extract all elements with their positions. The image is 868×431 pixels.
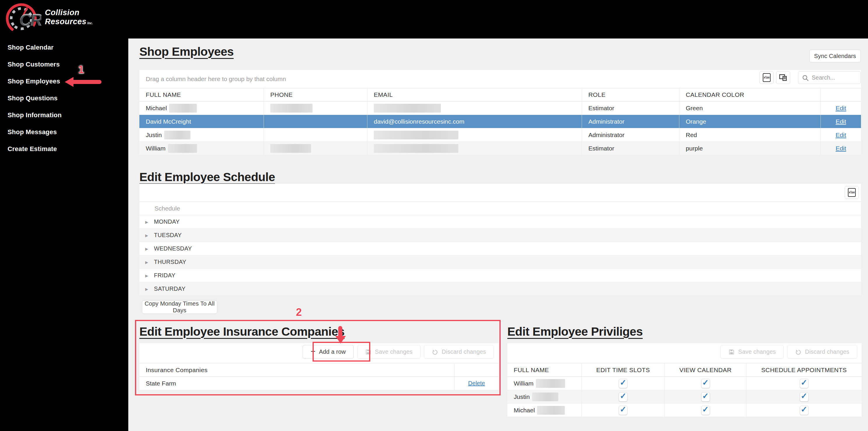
employee-name: Justin — [146, 131, 162, 138]
employee-role: Estimator — [582, 101, 679, 115]
column-header[interactable]: CALENDAR COLOR — [679, 88, 821, 101]
annotation-step1-label: 1 — [78, 64, 84, 76]
expand-row-icon[interactable]: ▸ — [145, 245, 154, 252]
expand-row-icon[interactable]: ▸ — [145, 232, 154, 239]
expand-row-icon[interactable]: ▸ — [145, 272, 154, 279]
search-box — [798, 71, 861, 84]
delete-link[interactable]: Delete — [468, 380, 485, 387]
view-calendar-checkbox[interactable]: ✓ — [701, 406, 710, 415]
annotation-arrow-left-icon — [65, 77, 73, 87]
expand-row-icon[interactable]: ▸ — [145, 218, 154, 225]
annotation-step2-label: 2 — [296, 306, 302, 318]
schedule-day-row[interactable]: ▸ SATURDAY — [140, 282, 861, 296]
column-header[interactable]: Insurance Companies — [140, 363, 455, 376]
add-row-button[interactable]: + Add a row — [303, 345, 353, 359]
search-input[interactable] — [812, 71, 858, 84]
edit-time-slots-checkbox[interactable]: ✓ — [619, 379, 627, 388]
sidebar-item-shop-employees[interactable]: Shop Employees — [0, 73, 128, 90]
sidebar-item-shop-questions[interactable]: Shop Questions — [0, 90, 128, 107]
check-icon: ✓ — [702, 378, 709, 387]
save-changes-button[interactable]: Save changes — [357, 345, 421, 359]
export-xlsx-button[interactable]: xlsx — [845, 186, 859, 199]
insurance-header-row: Insurance Companies — [140, 363, 499, 377]
privileges-grid: Save changes Discard changes FULL NAME E… — [507, 343, 862, 417]
column-chooser-button[interactable] — [776, 71, 790, 84]
schedule-day-row[interactable]: ▸ THURSDAY — [140, 255, 861, 269]
schedule-day-row[interactable]: ▸ FRIDAY — [140, 269, 861, 282]
edit-link[interactable]: Edit — [836, 145, 846, 152]
column-header[interactable]: VIEW CALENDAR — [665, 363, 746, 376]
xlsx-file-icon: xlsx — [848, 188, 856, 197]
employees-header-row: FULL NAME PHONE EMAIL ROLE CALENDAR COLO… — [140, 88, 861, 101]
employee-email: david@collisionresourcesinc.com — [367, 115, 582, 128]
main-content: Shop Employees Sync Calendars Drag a col… — [128, 38, 868, 431]
sidebar-item-shop-messages[interactable]: Shop Messages — [0, 124, 128, 141]
privileges-header-row: FULL NAME EDIT TIME SLOTS VIEW CALENDAR … — [507, 363, 862, 377]
check-icon: ✓ — [801, 392, 807, 400]
column-header[interactable]: EMAIL — [367, 88, 582, 101]
save-icon — [728, 349, 735, 355]
edit-time-slots-checkbox[interactable]: ✓ — [619, 406, 627, 415]
employee-row[interactable]: Justin Administrator Red Edit — [140, 128, 861, 142]
redacted-text — [270, 104, 313, 113]
check-icon: ✓ — [702, 392, 709, 400]
save-icon — [365, 349, 371, 355]
page-title: Shop Employees — [140, 45, 234, 59]
redacted-text — [270, 144, 311, 153]
redacted-text — [532, 393, 558, 401]
employee-role: Administrator — [582, 128, 679, 142]
expand-row-icon[interactable]: ▸ — [145, 285, 154, 293]
schedule-appointments-checkbox[interactable]: ✓ — [800, 379, 808, 388]
group-hint-text: Drag a column header here to group by th… — [146, 75, 286, 83]
insurance-row[interactable]: State Farm Delete — [140, 377, 499, 390]
export-xlsx-button[interactable]: xlsx — [760, 71, 774, 84]
column-header[interactable]: FULL NAME — [507, 363, 582, 376]
top-header-bar: CR Collision ResourcesInc. Hello David M… — [0, 0, 868, 38]
save-changes-button[interactable]: Save changes — [720, 345, 784, 359]
schedule-appointments-checkbox[interactable]: ✓ — [800, 392, 808, 402]
copy-monday-times-button[interactable]: Copy Monday Times To All Days — [142, 300, 217, 314]
employee-row[interactable]: Michael Estimator Green Edit — [140, 101, 861, 115]
edit-link[interactable]: Edit — [836, 105, 846, 112]
edit-time-slots-checkbox[interactable]: ✓ — [619, 392, 627, 402]
sidebar-item-shop-calendar[interactable]: Shop Calendar — [0, 39, 128, 56]
sidebar-item-create-estimate[interactable]: Create Estimate — [0, 141, 128, 157]
sidebar-item-shop-information[interactable]: Shop Information — [0, 107, 128, 124]
view-calendar-checkbox[interactable]: ✓ — [701, 379, 710, 388]
schedule-day-row[interactable]: ▸ MONDAY — [140, 215, 861, 228]
column-header[interactable]: EDIT TIME SLOTS — [582, 363, 665, 376]
discard-changes-button[interactable]: Discard changes — [787, 345, 857, 359]
column-header[interactable]: ROLE — [582, 88, 679, 101]
view-calendar-checkbox[interactable]: ✓ — [701, 392, 710, 402]
edit-link[interactable]: Edit — [836, 118, 846, 125]
employee-name: William — [514, 380, 534, 387]
column-header[interactable]: PHONE — [264, 88, 367, 101]
expand-row-icon[interactable]: ▸ — [145, 259, 154, 266]
redacted-text — [374, 144, 458, 153]
redacted-text — [374, 104, 441, 113]
redacted-text — [536, 379, 565, 388]
employee-name: William — [146, 145, 165, 152]
discard-changes-button[interactable]: Discard changes — [424, 345, 494, 359]
column-header[interactable]: FULL NAME — [140, 88, 264, 101]
employee-calendar-color: Orange — [679, 115, 821, 128]
employees-grid: Drag a column header here to group by th… — [140, 70, 861, 155]
edit-link[interactable]: Edit — [836, 131, 846, 138]
employee-row[interactable]: William Estimator purple Edit — [140, 142, 861, 155]
check-icon: ✓ — [801, 378, 807, 387]
insurance-toolbar: + Add a row Save changes Discard changes — [140, 343, 499, 363]
redacted-text — [374, 131, 458, 140]
sync-calendars-button[interactable]: Sync Calendars — [809, 50, 861, 62]
privilege-row: Justin ✓ ✓ ✓ — [507, 390, 862, 404]
column-header[interactable]: SCHEDULE APPOINTMENTS — [746, 363, 862, 376]
employee-row-selected[interactable]: David McCreight david@collisionresources… — [140, 115, 861, 128]
employee-role: Estimator — [582, 142, 679, 155]
schedule-day-row[interactable]: ▸ WEDNESDAY — [140, 242, 861, 255]
employee-calendar-color: Red — [679, 128, 821, 142]
undo-icon — [795, 349, 802, 355]
sidebar-item-shop-customers[interactable]: Shop Customers — [0, 56, 128, 73]
insurance-section-title: Edit Employee Insurance Companies — [140, 325, 344, 339]
schedule-grid: xlsx Schedule ▸ MONDAY ▸ TUESDAY ▸ WEDNE… — [140, 184, 861, 296]
schedule-appointments-checkbox[interactable]: ✓ — [800, 406, 808, 415]
schedule-day-row[interactable]: ▸ TUESDAY — [140, 228, 861, 242]
